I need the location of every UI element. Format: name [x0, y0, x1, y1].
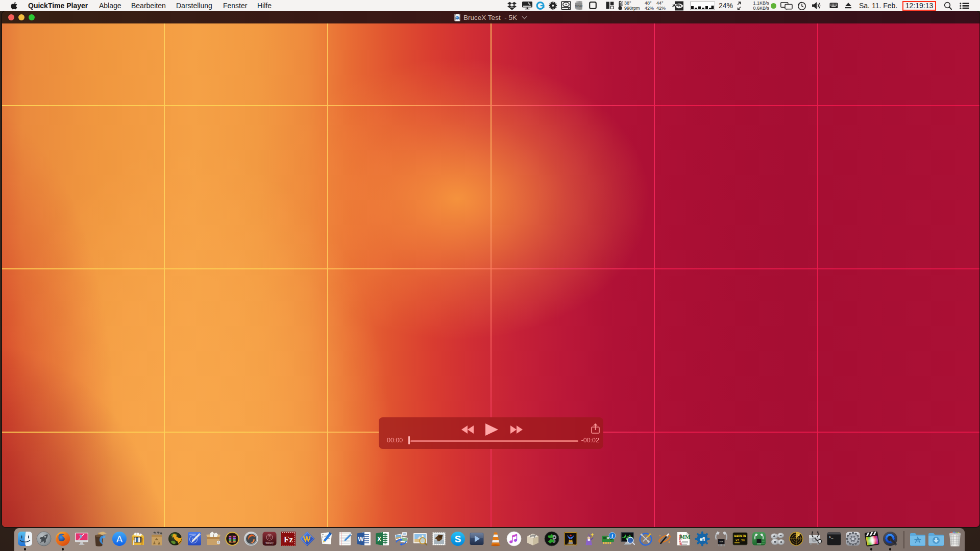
svg-text:Winery: Winery: [266, 541, 274, 544]
svg-text:¥7:36: ¥7:36: [736, 539, 745, 542]
svg-text:W: W: [358, 536, 364, 543]
svg-text:S: S: [455, 534, 461, 544]
svg-text:i: i: [611, 533, 613, 539]
svg-text:NVRAM: NVRAM: [575, 5, 582, 7]
svg-text:>_: >_: [829, 535, 834, 539]
svg-text:WARNIN: WARNIN: [734, 535, 746, 538]
svg-text:PhoenixUpd: PhoenixUpd: [567, 543, 575, 545]
svg-text:MM: MM: [680, 534, 691, 540]
svg-text:A: A: [116, 534, 122, 544]
svg-text:DDR: DDR: [719, 541, 723, 543]
svg-text:Fz: Fz: [284, 535, 293, 544]
svg-text:efi: efi: [700, 537, 705, 542]
svg-text:X: X: [377, 536, 381, 543]
